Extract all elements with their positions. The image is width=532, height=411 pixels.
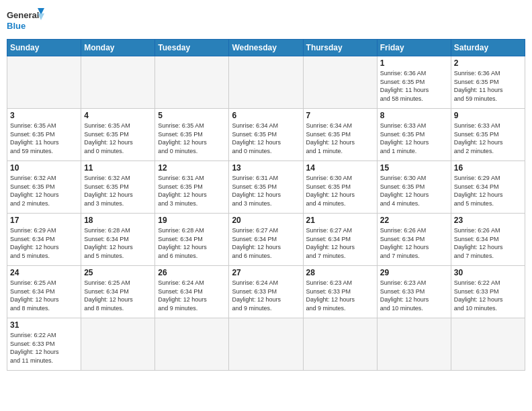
calendar-cell <box>229 318 303 371</box>
day-info: Sunrise: 6:29 AM Sunset: 6:34 PM Dayligh… <box>10 226 78 260</box>
day-info: Sunrise: 6:23 AM Sunset: 6:33 PM Dayligh… <box>306 279 374 312</box>
day-number: 16 <box>454 163 522 173</box>
calendar-cell <box>81 318 155 371</box>
day-number: 22 <box>380 216 448 225</box>
day-number: 30 <box>454 268 522 277</box>
day-number: 9 <box>454 111 522 120</box>
calendar-cell: 4Sunrise: 6:35 AM Sunset: 6:35 PM Daylig… <box>81 109 155 161</box>
day-info: Sunrise: 6:22 AM Sunset: 6:33 PM Dayligh… <box>10 331 78 365</box>
day-number: 20 <box>232 216 300 225</box>
day-number: 25 <box>84 268 152 277</box>
weekday-header-friday: Friday <box>377 40 451 56</box>
day-info: Sunrise: 6:33 AM Sunset: 6:35 PM Dayligh… <box>380 122 448 155</box>
day-number: 19 <box>158 216 226 225</box>
calendar-cell: 18Sunrise: 6:28 AM Sunset: 6:34 PM Dayli… <box>81 214 155 266</box>
day-number: 8 <box>380 111 448 120</box>
calendar-cell: 6Sunrise: 6:34 AM Sunset: 6:35 PM Daylig… <box>229 109 303 161</box>
calendar-cell: 14Sunrise: 6:30 AM Sunset: 6:35 PM Dayli… <box>303 161 377 214</box>
day-number: 14 <box>306 163 374 173</box>
calendar-cell: 27Sunrise: 6:24 AM Sunset: 6:33 PM Dayli… <box>229 266 303 318</box>
day-info: Sunrise: 6:30 AM Sunset: 6:35 PM Dayligh… <box>306 174 374 208</box>
calendar-week-row: 24Sunrise: 6:25 AM Sunset: 6:34 PM Dayli… <box>7 266 525 318</box>
day-number: 6 <box>232 111 300 120</box>
calendar-header: SundayMondayTuesdayWednesdayThursdayFrid… <box>7 40 525 56</box>
day-info: Sunrise: 6:24 AM Sunset: 6:33 PM Dayligh… <box>232 279 300 312</box>
day-info: Sunrise: 6:32 AM Sunset: 6:35 PM Dayligh… <box>84 174 152 208</box>
calendar-cell: 8Sunrise: 6:33 AM Sunset: 6:35 PM Daylig… <box>377 109 451 161</box>
day-number: 7 <box>306 111 374 120</box>
day-number: 15 <box>380 163 448 173</box>
day-number: 1 <box>380 58 448 68</box>
day-number: 18 <box>84 216 152 225</box>
calendar-cell: 9Sunrise: 6:33 AM Sunset: 6:35 PM Daylig… <box>451 109 525 161</box>
calendar-cell: 15Sunrise: 6:30 AM Sunset: 6:35 PM Dayli… <box>377 161 451 214</box>
calendar-cell: 13Sunrise: 6:31 AM Sunset: 6:35 PM Dayli… <box>229 161 303 214</box>
svg-text:General: General <box>7 10 39 20</box>
calendar-cell: 21Sunrise: 6:27 AM Sunset: 6:34 PM Dayli… <box>303 214 377 266</box>
day-info: Sunrise: 6:28 AM Sunset: 6:34 PM Dayligh… <box>84 226 152 260</box>
day-info: Sunrise: 6:22 AM Sunset: 6:33 PM Dayligh… <box>454 279 522 312</box>
day-info: Sunrise: 6:25 AM Sunset: 6:34 PM Dayligh… <box>84 279 152 312</box>
calendar-cell: 24Sunrise: 6:25 AM Sunset: 6:34 PM Dayli… <box>7 266 81 318</box>
calendar-cell: 2Sunrise: 6:36 AM Sunset: 6:35 PM Daylig… <box>451 56 525 109</box>
calendar-cell: 22Sunrise: 6:26 AM Sunset: 6:34 PM Dayli… <box>377 214 451 266</box>
calendar-cell: 31Sunrise: 6:22 AM Sunset: 6:33 PM Dayli… <box>7 318 81 371</box>
calendar-cell: 17Sunrise: 6:29 AM Sunset: 6:34 PM Dayli… <box>7 214 81 266</box>
day-info: Sunrise: 6:30 AM Sunset: 6:35 PM Dayligh… <box>380 174 448 208</box>
day-number: 17 <box>10 216 78 225</box>
calendar-cell: 12Sunrise: 6:31 AM Sunset: 6:35 PM Dayli… <box>155 161 229 214</box>
calendar-cell <box>7 56 81 109</box>
calendar-cell: 7Sunrise: 6:34 AM Sunset: 6:35 PM Daylig… <box>303 109 377 161</box>
weekday-header-monday: Monday <box>81 40 155 56</box>
weekday-header-sunday: Sunday <box>7 40 81 56</box>
day-number: 11 <box>84 163 152 173</box>
day-info: Sunrise: 6:35 AM Sunset: 6:35 PM Dayligh… <box>158 122 226 155</box>
page: General Blue SundayMondayTuesdayWednesda… <box>0 0 532 411</box>
day-number: 13 <box>232 163 300 173</box>
day-number: 29 <box>380 268 448 277</box>
calendar-cell: 19Sunrise: 6:28 AM Sunset: 6:34 PM Dayli… <box>155 214 229 266</box>
day-info: Sunrise: 6:25 AM Sunset: 6:34 PM Dayligh… <box>10 279 78 312</box>
day-number: 12 <box>158 163 226 173</box>
weekday-header-tuesday: Tuesday <box>155 40 229 56</box>
general-blue-logo-icon: General Blue <box>7 7 47 34</box>
day-info: Sunrise: 6:31 AM Sunset: 6:35 PM Dayligh… <box>158 174 226 208</box>
calendar-cell: 5Sunrise: 6:35 AM Sunset: 6:35 PM Daylig… <box>155 109 229 161</box>
calendar-cell: 23Sunrise: 6:26 AM Sunset: 6:34 PM Dayli… <box>451 214 525 266</box>
day-number: 2 <box>454 58 522 68</box>
day-info: Sunrise: 6:26 AM Sunset: 6:34 PM Dayligh… <box>454 226 522 260</box>
day-number: 31 <box>10 320 78 330</box>
calendar-week-row: 1Sunrise: 6:36 AM Sunset: 6:35 PM Daylig… <box>7 56 525 109</box>
day-number: 5 <box>158 111 226 120</box>
day-info: Sunrise: 6:35 AM Sunset: 6:35 PM Dayligh… <box>84 122 152 155</box>
day-number: 3 <box>10 111 78 120</box>
weekday-header-wednesday: Wednesday <box>229 40 303 56</box>
calendar-cell <box>155 56 229 109</box>
day-info: Sunrise: 6:28 AM Sunset: 6:34 PM Dayligh… <box>158 226 226 260</box>
calendar-cell: 28Sunrise: 6:23 AM Sunset: 6:33 PM Dayli… <box>303 266 377 318</box>
calendar-cell: 26Sunrise: 6:24 AM Sunset: 6:34 PM Dayli… <box>155 266 229 318</box>
day-info: Sunrise: 6:34 AM Sunset: 6:35 PM Dayligh… <box>306 122 374 155</box>
calendar-cell <box>303 318 377 371</box>
day-number: 28 <box>306 268 374 277</box>
day-info: Sunrise: 6:33 AM Sunset: 6:35 PM Dayligh… <box>454 122 522 155</box>
day-info: Sunrise: 6:27 AM Sunset: 6:34 PM Dayligh… <box>232 226 300 260</box>
day-info: Sunrise: 6:35 AM Sunset: 6:35 PM Dayligh… <box>10 122 78 155</box>
calendar-cell: 10Sunrise: 6:32 AM Sunset: 6:35 PM Dayli… <box>7 161 81 214</box>
day-info: Sunrise: 6:36 AM Sunset: 6:35 PM Dayligh… <box>454 69 522 103</box>
calendar-cell <box>81 56 155 109</box>
day-info: Sunrise: 6:31 AM Sunset: 6:35 PM Dayligh… <box>232 174 300 208</box>
day-number: 23 <box>454 216 522 225</box>
day-info: Sunrise: 6:24 AM Sunset: 6:34 PM Dayligh… <box>158 279 226 312</box>
logo: General Blue <box>7 7 47 34</box>
calendar-week-row: 17Sunrise: 6:29 AM Sunset: 6:34 PM Dayli… <box>7 214 525 266</box>
calendar-cell <box>229 56 303 109</box>
svg-text:Blue: Blue <box>7 21 26 31</box>
day-number: 27 <box>232 268 300 277</box>
weekday-row: SundayMondayTuesdayWednesdayThursdayFrid… <box>7 40 525 56</box>
day-info: Sunrise: 6:34 AM Sunset: 6:35 PM Dayligh… <box>232 122 300 155</box>
calendar-cell: 25Sunrise: 6:25 AM Sunset: 6:34 PM Dayli… <box>81 266 155 318</box>
day-info: Sunrise: 6:27 AM Sunset: 6:34 PM Dayligh… <box>306 226 374 260</box>
calendar-cell: 11Sunrise: 6:32 AM Sunset: 6:35 PM Dayli… <box>81 161 155 214</box>
day-info: Sunrise: 6:36 AM Sunset: 6:35 PM Dayligh… <box>380 69 448 103</box>
